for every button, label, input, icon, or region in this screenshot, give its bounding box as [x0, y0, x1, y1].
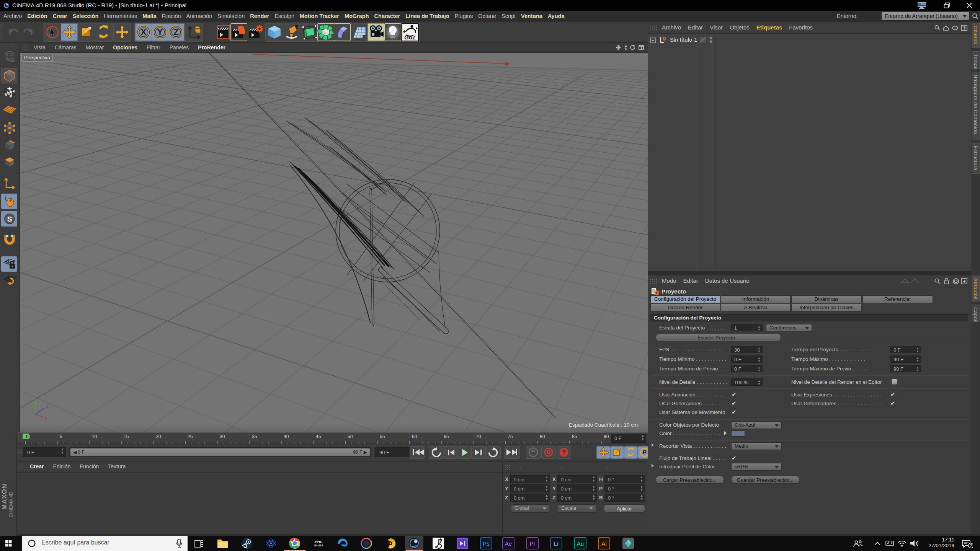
- svg-text:Ae: Ae: [505, 540, 512, 547]
- svg-text:40: 40: [284, 434, 289, 439]
- svg-text:5: 5: [60, 434, 62, 439]
- svg-text:65: 65: [444, 434, 449, 439]
- svg-text:Y: Y: [157, 27, 163, 37]
- svg-text:20: 20: [156, 434, 161, 439]
- svg-text:55: 55: [380, 434, 385, 439]
- svg-text:70: 70: [476, 434, 481, 439]
- svg-text:15: 15: [124, 434, 129, 439]
- svg-text:Pr: Pr: [530, 540, 536, 547]
- svg-text:0: 0: [26, 434, 29, 439]
- svg-text:Z: Z: [173, 27, 179, 37]
- svg-text:75: 75: [508, 434, 513, 439]
- svg-text:45: 45: [316, 434, 321, 439]
- svg-text:Ps: Ps: [483, 540, 490, 547]
- svg-text:P: P: [643, 449, 646, 455]
- svg-text:2: 2: [970, 544, 972, 548]
- svg-text:GoZ: GoZ: [404, 34, 416, 41]
- svg-text:Au: Au: [577, 540, 584, 547]
- svg-text:?: ?: [562, 449, 566, 456]
- svg-text:30: 30: [220, 434, 225, 439]
- svg-text:GAMES: GAMES: [314, 544, 323, 547]
- svg-text:Y: Y: [34, 393, 37, 397]
- svg-text:X: X: [44, 416, 47, 421]
- svg-text:80: 80: [540, 434, 545, 439]
- svg-text:25: 25: [188, 434, 193, 439]
- svg-text:Z: Z: [46, 404, 49, 409]
- svg-text:10: 10: [92, 434, 97, 439]
- svg-text:EPIC: EPIC: [314, 540, 323, 544]
- svg-text:50: 50: [348, 434, 353, 439]
- svg-text:Ai: Ai: [601, 540, 606, 547]
- svg-text:Lr: Lr: [554, 540, 559, 547]
- svg-text:X: X: [140, 27, 147, 37]
- svg-text:90: 90: [604, 434, 609, 439]
- svg-text:0: 0: [663, 36, 666, 41]
- svg-text:85: 85: [572, 434, 577, 439]
- svg-text:S: S: [7, 215, 12, 223]
- svg-text:60: 60: [412, 434, 417, 439]
- svg-text:35: 35: [252, 434, 257, 439]
